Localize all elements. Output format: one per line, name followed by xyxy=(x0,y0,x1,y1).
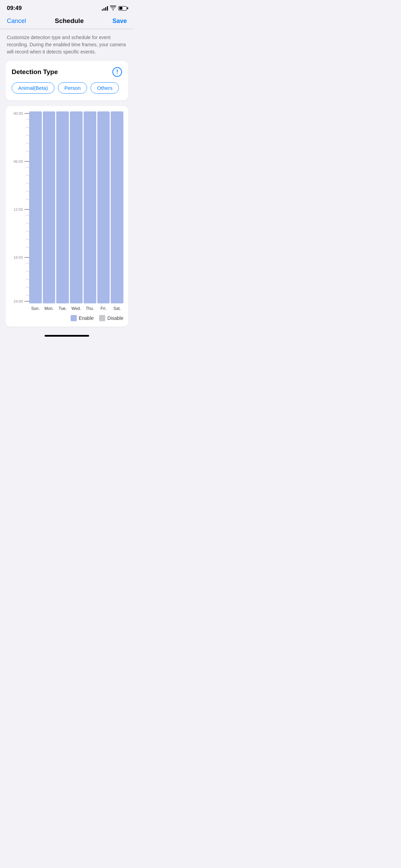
chart-bar-wed[interactable] xyxy=(70,111,83,303)
detection-buttons: Animal(Beta) Person Others xyxy=(12,82,122,94)
legend-disable-label: Disable xyxy=(107,315,123,321)
home-bar xyxy=(45,335,89,337)
detection-header: Detection Type ! xyxy=(12,67,122,77)
day-label-mon: Mon. xyxy=(43,306,56,311)
legend-enable-swatch xyxy=(71,315,77,321)
chart-bar-thu[interactable] xyxy=(84,111,96,303)
home-indicator xyxy=(0,332,134,340)
time-axis: 00:00 06:00 12:00 18:00 xyxy=(10,111,29,311)
page-title: Schedule xyxy=(55,17,84,25)
status-time: 09:49 xyxy=(7,5,22,12)
chart-bar-mon[interactable] xyxy=(43,111,56,303)
description-text: Customize detection type and schedule fo… xyxy=(7,34,127,56)
chart-bar-sun[interactable] xyxy=(29,111,42,303)
day-label-thu: Thu. xyxy=(84,306,96,311)
cancel-button[interactable]: Cancel xyxy=(7,17,26,25)
day-label-sun: Sun. xyxy=(29,306,42,311)
minor-ticks xyxy=(10,111,29,303)
detection-btn-animal[interactable]: Animal(Beta) xyxy=(12,82,54,94)
day-label-sat: Sat. xyxy=(111,306,123,311)
nav-bar: Cancel Schedule Save xyxy=(0,14,134,29)
legend-enable: Enable xyxy=(71,315,94,321)
day-label-tue: Tue. xyxy=(56,306,69,311)
schedule-card: 00:00 06:00 12:00 18:00 xyxy=(5,106,128,327)
day-labels: Sun. Mon. Tue. Wed. Thu. Fri. Sat. xyxy=(29,306,123,311)
chart-legend: Enable Disable xyxy=(10,315,123,321)
status-icons xyxy=(102,5,127,11)
chart-bars xyxy=(29,111,123,303)
save-button[interactable]: Save xyxy=(112,17,127,25)
day-label-fri: Fri. xyxy=(97,306,110,311)
wifi-icon xyxy=(110,5,116,11)
battery-icon xyxy=(118,6,127,11)
status-bar: 09:49 xyxy=(0,0,134,14)
info-icon[interactable]: ! xyxy=(112,67,122,77)
legend-disable-swatch xyxy=(99,315,105,321)
chart-bar-tue[interactable] xyxy=(56,111,69,303)
detection-type-title: Detection Type xyxy=(12,68,58,76)
detection-btn-person[interactable]: Person xyxy=(58,82,87,94)
detection-btn-others[interactable]: Others xyxy=(90,82,119,94)
day-label-wed: Wed. xyxy=(70,306,83,311)
chart-bar-sat[interactable] xyxy=(111,111,123,303)
legend-disable: Disable xyxy=(99,315,123,321)
detection-type-card: Detection Type ! Animal(Beta) Person Oth… xyxy=(5,61,128,100)
description-section: Customize detection type and schedule fo… xyxy=(0,29,134,61)
chart-bar-fri[interactable] xyxy=(97,111,110,303)
legend-enable-label: Enable xyxy=(79,315,94,321)
chart-area: Sun. Mon. Tue. Wed. Thu. Fri. Sat. xyxy=(29,111,123,311)
signal-icon xyxy=(102,6,108,11)
